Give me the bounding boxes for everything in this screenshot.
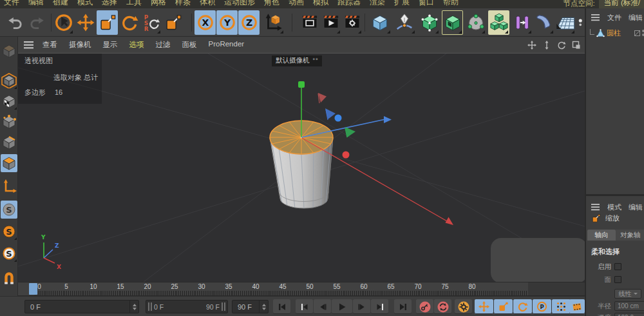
camera-label[interactable]: 默认摄像机°° [272,55,322,66]
am-menu-mode[interactable]: 模式 [607,202,621,212]
polygon-mode-button[interactable] [1,154,17,172]
viewport-menu-item-1[interactable]: 摄像机 [69,40,91,50]
panel-splitter[interactable] [586,194,644,196]
lock-z-button[interactable]: Z [238,10,260,35]
bend-button[interactable] [533,10,554,35]
snap-button[interactable] [1,269,17,287]
tab-object-axis[interactable]: 对象轴 [616,230,644,241]
strength-input[interactable]: 100.0 [614,313,644,316]
menu-item-6[interactable]: 网格 [151,0,166,8]
menu-item-16[interactable]: 窗口 [419,0,434,8]
object-row-cylinder[interactable]: 圆柱 [590,27,644,39]
render-settings-button[interactable] [341,10,363,35]
timeline-mode-button[interactable] [569,299,585,314]
model-mode-button[interactable] [1,72,17,90]
render-picture-viewer-button[interactable] [320,10,341,35]
tab-axis[interactable]: 轴向 [587,230,616,241]
boole-button[interactable] [442,10,463,35]
om-menu-edit[interactable]: 编辑 [629,13,643,23]
am-menu-edit[interactable]: 编辑 [629,202,643,212]
spline-pen-button[interactable] [393,10,416,35]
render-view-button[interactable] [299,10,320,35]
primitive-cube-button[interactable] [368,10,392,35]
viewport-menu-item-5[interactable]: 面板 [182,40,197,50]
axis-mode-button[interactable] [1,177,17,195]
node-space-dropdown[interactable]: 当前 (标准/ [599,0,644,8]
solo-off-button[interactable]: S [1,201,17,219]
next-frame-button[interactable] [353,299,370,314]
layer-toggle-icon[interactable] [634,30,640,36]
lock-x-button[interactable]: X [194,10,216,35]
object-manager-menu-icon[interactable] [591,14,600,21]
gizmo-x-handle[interactable] [343,152,350,159]
object-name[interactable]: 圆柱 [607,28,632,38]
record-point-level-toggle[interactable] [552,299,571,314]
viewport-hamburger-icon[interactable] [23,41,35,50]
viewport-rotate-button[interactable] [556,39,567,51]
attribute-manager-menu-icon[interactable] [591,204,600,211]
undo-button[interactable] [4,10,25,35]
record-rotation-toggle[interactable] [513,299,532,314]
psr-reset-button[interactable]: PSR [140,10,162,35]
record-parameter-toggle[interactable]: P [533,299,551,314]
record-scale-toggle[interactable] [494,299,513,314]
record-keyframe-button[interactable] [416,299,433,314]
subdivision-surface-button[interactable] [419,10,440,35]
viewport-canvas[interactable]: Y Z X 透视视图 选取对象 总计 多边形16 默认摄像机°° [18,54,585,282]
timeline-ruler[interactable]: 05101520253035404550556065707580 [18,282,585,296]
viewport-menu-item-4[interactable]: 过滤 [156,40,171,50]
lock-y-button[interactable]: Y [216,10,238,35]
end-frame-stepper[interactable] [259,301,268,313]
surface-checkbox[interactable] [614,276,621,283]
coordinate-system-button[interactable] [261,10,285,35]
rotate-tool-button[interactable] [118,10,140,35]
range-right-grip[interactable] [222,302,225,311]
menu-item-2[interactable]: 创建 [53,0,68,8]
make-editable-button[interactable] [1,42,17,60]
floor-button[interactable] [555,10,576,35]
current-frame-spinner[interactable]: 0 F [24,300,139,313]
range-left-grip[interactable] [148,302,152,311]
keyframe-settings-button[interactable] [455,299,472,314]
goto-start-button[interactable] [273,299,290,314]
environment-button[interactable] [577,10,585,35]
autokey-button[interactable] [434,299,451,314]
record-position-toggle[interactable] [475,299,493,314]
cloner-button[interactable] [488,10,509,35]
viewport-menu-item-6[interactable]: ProRender [209,40,245,50]
move-tool-button[interactable] [75,10,96,35]
solo-hierarchy-button[interactable]: S [1,244,17,262]
live-selection-button[interactable] [53,10,74,35]
point-mode-button[interactable] [1,113,17,131]
menu-item-4[interactable]: 选择 [102,0,117,8]
radius-input[interactable]: 100 cm [614,301,644,311]
menu-item-0[interactable]: 文件 [4,0,19,8]
prev-frame-button[interactable] [314,299,331,314]
falloff-dropdown[interactable]: 线性 [614,289,641,299]
menu-item-3[interactable]: 模式 [77,0,93,8]
end-frame-spinner[interactable]: 90 F [232,300,269,313]
viewport-maximize-button[interactable] [571,39,582,51]
menu-item-15[interactable]: 扩展 [394,0,410,8]
menu-item-17[interactable]: 帮助 [443,0,459,8]
menu-item-12[interactable]: 模拟 [313,0,328,8]
viewport-menu-item-2[interactable]: 显示 [103,40,118,50]
menu-item-13[interactable]: 跟踪器 [337,0,361,8]
frame-stepper[interactable] [129,301,138,313]
edge-mode-button[interactable] [1,133,17,152]
gizmo-z-handle[interactable] [335,115,342,122]
play-button[interactable] [332,299,352,314]
viewport-menu-item-3[interactable]: 选项 [129,40,144,50]
solo-single-button[interactable]: S [1,222,17,241]
gizmo-plane-handle-z[interactable] [325,108,336,119]
menu-item-11[interactable]: 动画 [289,0,304,8]
frame-range-slider[interactable]: 0 F 90 F [146,300,228,313]
metaball-button[interactable] [465,10,486,35]
menu-item-5[interactable]: 工具 [126,0,142,8]
menu-item-14[interactable]: 渲染 [370,0,385,8]
viewport-pan-button[interactable] [526,39,538,51]
menu-item-9[interactable]: 运动图形 [224,0,255,8]
symmetry-button[interactable] [511,10,533,35]
goto-end-button[interactable] [394,299,412,314]
menu-item-7[interactable]: 样条 [175,0,191,8]
